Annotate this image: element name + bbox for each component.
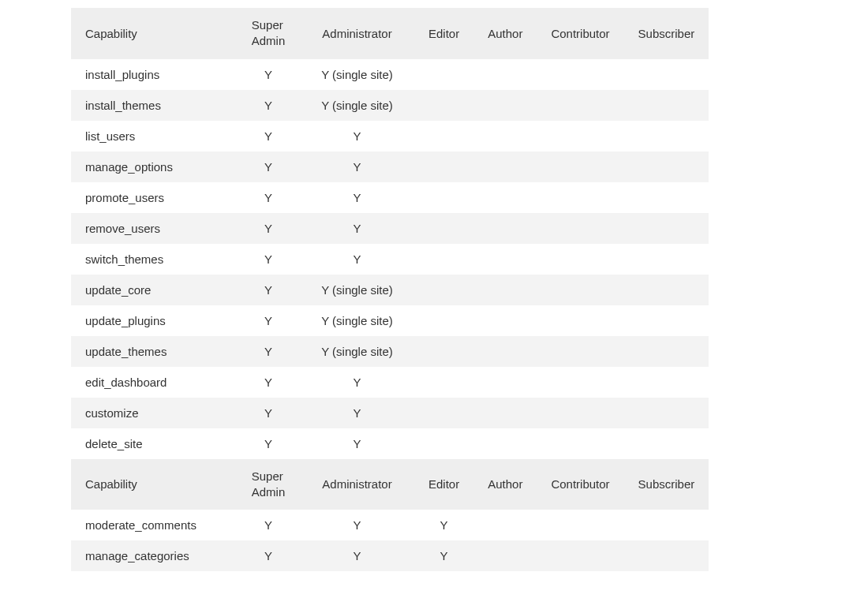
table-row: update_pluginsYY (single site): [71, 305, 709, 336]
cell-contributor: [537, 540, 623, 571]
table-header-repeat: Capability Super Admin Administrator Edi…: [71, 459, 709, 510]
cell-author: [473, 275, 537, 305]
col-subscriber: Subscriber: [624, 459, 709, 510]
cell-subscriber: [624, 275, 709, 305]
table-row: remove_usersYY: [71, 213, 709, 244]
col-super-admin-line1: Super: [252, 18, 283, 32]
table-header: Capability Super Admin Administrator Edi…: [71, 8, 709, 59]
table-row: edit_dashboardYY: [71, 367, 709, 398]
col-editor: Editor: [414, 459, 473, 510]
cell-contributor: [537, 213, 623, 244]
col-super-admin-line2: Admin: [252, 34, 286, 47]
cell-capability: update_core: [71, 275, 237, 305]
cell-subscriber: [624, 305, 709, 336]
cell-super-admin: Y: [237, 182, 300, 213]
cell-administrator: Y (single site): [300, 336, 414, 367]
col-subscriber: Subscriber: [624, 8, 709, 59]
cell-administrator: Y (single site): [300, 275, 414, 305]
cell-super-admin: Y: [237, 510, 300, 540]
col-super-admin-line2: Admin: [252, 485, 286, 499]
cell-capability: update_themes: [71, 336, 237, 367]
cell-author: [473, 244, 537, 275]
cell-editor: [414, 151, 473, 182]
cell-author: [473, 540, 537, 571]
cell-subscriber: [624, 121, 709, 151]
cell-capability: manage_categories: [71, 540, 237, 571]
cell-author: [473, 182, 537, 213]
cell-subscriber: [624, 428, 709, 459]
cell-author: [473, 367, 537, 398]
cell-capability: promote_users: [71, 182, 237, 213]
cell-subscriber: [624, 540, 709, 571]
table-row: list_usersYY: [71, 121, 709, 151]
cell-subscriber: [624, 336, 709, 367]
cell-subscriber: [624, 398, 709, 428]
cell-super-admin: Y: [237, 428, 300, 459]
cell-super-admin: Y: [237, 244, 300, 275]
cell-author: [473, 90, 537, 121]
table-row: promote_usersYY: [71, 182, 709, 213]
cell-editor: Y: [414, 510, 473, 540]
cell-author: [473, 213, 537, 244]
cell-super-admin: Y: [237, 275, 300, 305]
cell-contributor: [537, 182, 623, 213]
cell-administrator: Y: [300, 428, 414, 459]
cell-editor: [414, 59, 473, 90]
cell-contributor: [537, 90, 623, 121]
cell-super-admin: Y: [237, 336, 300, 367]
table-row: moderate_commentsYYY: [71, 510, 709, 540]
cell-administrator: Y: [300, 540, 414, 571]
cell-administrator: Y (single site): [300, 59, 414, 90]
cell-capability: switch_themes: [71, 244, 237, 275]
col-author: Author: [473, 459, 537, 510]
cell-editor: [414, 213, 473, 244]
cell-super-admin: Y: [237, 121, 300, 151]
cell-contributor: [537, 367, 623, 398]
cell-capability: install_plugins: [71, 59, 237, 90]
cell-super-admin: Y: [237, 540, 300, 571]
cell-author: [473, 121, 537, 151]
cell-capability: update_plugins: [71, 305, 237, 336]
cell-editor: [414, 428, 473, 459]
cell-super-admin: Y: [237, 305, 300, 336]
cell-administrator: Y: [300, 151, 414, 182]
cell-subscriber: [624, 151, 709, 182]
cell-administrator: Y: [300, 367, 414, 398]
table-row: update_themesYY (single site): [71, 336, 709, 367]
cell-super-admin: Y: [237, 151, 300, 182]
cell-author: [473, 305, 537, 336]
cell-author: [473, 510, 537, 540]
cell-editor: [414, 336, 473, 367]
cell-contributor: [537, 59, 623, 90]
cell-subscriber: [624, 367, 709, 398]
cell-contributor: [537, 428, 623, 459]
cell-editor: [414, 275, 473, 305]
cell-administrator: Y: [300, 213, 414, 244]
cell-editor: [414, 305, 473, 336]
cell-administrator: Y: [300, 182, 414, 213]
col-administrator: Administrator: [300, 8, 414, 59]
cell-editor: [414, 244, 473, 275]
cell-subscriber: [624, 213, 709, 244]
cell-super-admin: Y: [237, 367, 300, 398]
cell-subscriber: [624, 510, 709, 540]
cell-capability: install_themes: [71, 90, 237, 121]
cell-author: [473, 59, 537, 90]
cell-subscriber: [624, 182, 709, 213]
cell-subscriber: [624, 59, 709, 90]
cell-editor: [414, 121, 473, 151]
col-super-admin-line1: Super: [252, 469, 283, 483]
table-row: install_pluginsYY (single site): [71, 59, 709, 90]
cell-subscriber: [624, 244, 709, 275]
col-capability: Capability: [71, 459, 237, 510]
section1-body: install_pluginsYY (single site)install_t…: [71, 59, 709, 459]
cell-contributor: [537, 244, 623, 275]
cell-editor: [414, 398, 473, 428]
cell-editor: [414, 182, 473, 213]
section2-body: moderate_commentsYYYmanage_categoriesYYY: [71, 510, 709, 571]
cell-subscriber: [624, 90, 709, 121]
cell-capability: manage_options: [71, 151, 237, 182]
cell-administrator: Y (single site): [300, 305, 414, 336]
cell-contributor: [537, 121, 623, 151]
cell-contributor: [537, 510, 623, 540]
